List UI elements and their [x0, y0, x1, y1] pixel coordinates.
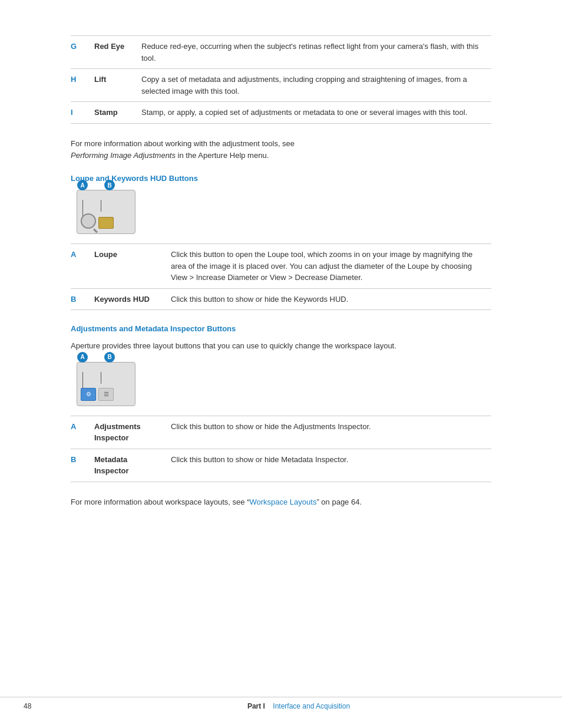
line-a-adj [82, 372, 83, 390]
row-desc: Click this button to show or hide the Ke… [165, 288, 491, 310]
row-letter: B [71, 449, 88, 482]
loupe-diagram: A B [77, 190, 135, 234]
row-desc: Reduce red-eye, occurring when the subje… [135, 36, 491, 69]
row-letter: A [71, 416, 88, 449]
help-text-italic: Performing Image Adjustments [71, 151, 176, 160]
page-number: 48 [24, 702, 59, 710]
line-b [101, 200, 101, 212]
adj-ab-labels: A B [77, 352, 115, 363]
table-row: G Red Eye Reduce red-eye, occurring when… [71, 36, 491, 69]
loupe-section-heading: Loupe and Keywords HUD Buttons [71, 174, 491, 183]
row-desc: Click this button to show or hide Metada… [165, 449, 491, 482]
row-letter: I [71, 102, 88, 124]
loupe-tool-icon [81, 213, 96, 229]
help-text-adjustment-tools: For more information about working with … [71, 138, 491, 163]
table-row: A Adjustments Inspector Click this butto… [71, 416, 491, 449]
footer-workspace-note: For more information about workspace lay… [71, 496, 491, 509]
footer-part-title: Interface and Acquisition [273, 702, 350, 710]
row-name: Red Eye [88, 36, 135, 69]
footer-text-1: For more information about workspace lay… [71, 498, 249, 506]
row-letter: G [71, 36, 88, 69]
row-letter: B [71, 288, 88, 310]
keyword-hud-icon [98, 217, 114, 229]
row-letter: A [71, 244, 88, 289]
line-b-adj [101, 372, 101, 384]
table-row: A Loupe Click this button to open the Lo… [71, 244, 491, 289]
page-footer: 48 Part I Interface and Acquisition [0, 697, 562, 710]
help-text-1: For more information about working with … [71, 139, 295, 148]
row-desc: Copy a set of metadata and adjustments, … [135, 69, 491, 102]
loupe-label-a: A [77, 180, 88, 190]
footer-part-label: Part I [247, 702, 265, 710]
row-desc: Click this button to show or hide the Ad… [165, 416, 491, 449]
help-text-2: in the Aperture Help menu. [176, 151, 269, 160]
row-letter: H [71, 69, 88, 102]
table-row: B Keywords HUD Click this button to show… [71, 288, 491, 310]
table-row: H Lift Copy a set of metadata and adjust… [71, 69, 491, 102]
footer-text-2: ” on page 64. [316, 498, 362, 506]
table-row: B Metadata Inspector Click this button t… [71, 449, 491, 482]
table-row: I Stamp Stamp, or apply, a copied set of… [71, 102, 491, 124]
row-name: Stamp [88, 102, 135, 124]
loupe-ab-labels: A B [77, 180, 115, 190]
row-name: Metadata Inspector [88, 449, 165, 482]
loupe-table: A Loupe Click this button to open the Lo… [71, 243, 491, 310]
loupe-label-b: B [104, 180, 115, 190]
adj-label-a: A [77, 352, 88, 363]
adj-description: Aperture provides three layout buttons t… [71, 340, 491, 353]
top-table: G Red Eye Reduce red-eye, occurring when… [71, 35, 491, 124]
adj-label-b: B [104, 352, 115, 363]
row-name: Lift [88, 69, 135, 102]
footer-part: Part I Interface and Acquisition [59, 702, 538, 710]
row-name: Keywords HUD [88, 288, 165, 310]
adjustments-inspector-icon [81, 388, 96, 401]
adj-section-heading: Adjustments and Metadata Inspector Butto… [71, 324, 491, 333]
row-desc: Click this button to open the Loupe tool… [165, 244, 491, 289]
row-name: Adjustments Inspector [88, 416, 165, 449]
row-desc: Stamp, or apply, a copied set of adjustm… [135, 102, 491, 124]
metadata-inspector-icon [98, 388, 114, 401]
adj-table: A Adjustments Inspector Click this butto… [71, 416, 491, 482]
row-name: Loupe [88, 244, 165, 289]
workspace-layouts-link[interactable]: Workspace Layouts [249, 498, 316, 506]
adj-diagram: A B [77, 362, 135, 406]
